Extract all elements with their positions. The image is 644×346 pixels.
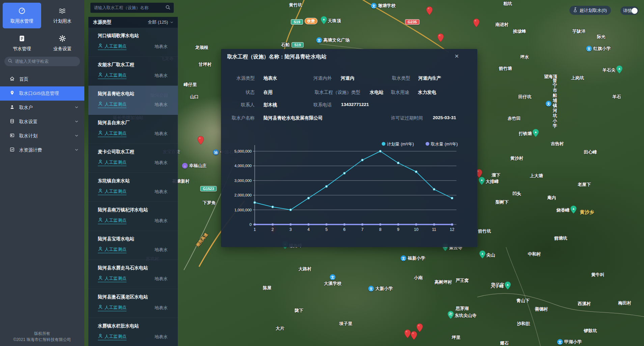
school-marker[interactable]: 文大溪学校 bbox=[330, 274, 336, 280]
map-label: 中和村 bbox=[528, 251, 541, 257]
map-place-label: 黄竹坑 bbox=[289, 2, 302, 8]
manual-monitor-link[interactable]: 人工监测点 bbox=[98, 72, 127, 79]
intake-list-item-5[interactable]: 麦卡公司取水工程人工监测点地表水 bbox=[88, 144, 178, 173]
close-icon[interactable]: × bbox=[455, 52, 459, 59]
mountain-marker[interactable]: ▲天珠顶 bbox=[321, 16, 327, 26]
intake-list-item-9[interactable]: 陆河县水唇走马石水电站人工监测点地表水 bbox=[88, 260, 178, 289]
intake-list-item-4[interactable]: 陆河县自来水厂人工监测点地表水 bbox=[88, 115, 178, 144]
map-label: 吉告村 bbox=[551, 141, 564, 146]
filter-dropdown[interactable]: 全部 (125) bbox=[148, 19, 174, 25]
sidebar-search-box[interactable] bbox=[4, 57, 80, 66]
intake-map-pin[interactable] bbox=[417, 323, 423, 333]
db-icon bbox=[9, 118, 15, 125]
mountain-marker[interactable]: ▲尖山 bbox=[479, 250, 486, 260]
school-marker-icon: 文 bbox=[330, 274, 336, 280]
mountain-marker[interactable]: ▲羊石尖 bbox=[616, 65, 623, 75]
data-point bbox=[361, 223, 363, 225]
school-marker[interactable]: 文甲湖小学 bbox=[557, 339, 563, 345]
fuel-marker[interactable]: 油中国石油 bbox=[213, 149, 219, 155]
legend-item[interactable]: 计划量 (m³/年) bbox=[382, 142, 414, 147]
manual-monitor-link[interactable]: 人工监测点 bbox=[98, 43, 127, 50]
module-tile-1[interactable]: 取用水管理 bbox=[3, 3, 41, 28]
school-marker[interactable]: 文红旗小学 bbox=[586, 45, 592, 52]
water-source-tag: 地表水 bbox=[155, 334, 168, 340]
school-marker[interactable]: 文福新小学 bbox=[401, 255, 407, 261]
intake-list-item-3[interactable]: 陆河县青砼水电站人工监测点地表水 bbox=[88, 86, 178, 115]
mountain-marker[interactable]: ▲打铁塘 bbox=[533, 129, 539, 138]
sidebar-item-4[interactable]: 取水设置 bbox=[0, 115, 84, 129]
chart-svg: 01,000,0002,000,0003,000,0004,000,0005,0… bbox=[231, 138, 467, 240]
manual-monitor-link[interactable]: 人工监测点 bbox=[98, 159, 127, 166]
chevron-down-icon[interactable] bbox=[74, 148, 79, 154]
chevron-down-icon[interactable] bbox=[74, 105, 79, 111]
red-pin-icon bbox=[426, 10, 433, 16]
sidebar-item-6[interactable]: 水资源计费 bbox=[0, 143, 84, 157]
legend-item[interactable]: 取水量 (m³/年) bbox=[426, 142, 458, 147]
module-tile-3[interactable]: 节水管理 bbox=[3, 30, 41, 56]
sidebar-item-1[interactable]: 首页 bbox=[0, 72, 84, 86]
school-marker[interactable]: 文大新小学 bbox=[368, 285, 374, 292]
intake-list-item-6[interactable]: 东坑镇自来水站人工监测点地表水 bbox=[88, 173, 178, 202]
chevron-down-icon[interactable] bbox=[74, 119, 79, 125]
intake-map-pin[interactable] bbox=[473, 19, 480, 28]
intake-map-pin[interactable] bbox=[404, 329, 411, 339]
fuel-marker-icon: 油 bbox=[213, 150, 219, 155]
manual-monitor-link[interactable]: 人工监测点 bbox=[98, 334, 127, 340]
intake-name: 陆河县青砼水电站 bbox=[98, 91, 168, 97]
intake-map-pin[interactable] bbox=[411, 331, 417, 341]
person-icon bbox=[98, 304, 103, 311]
data-point bbox=[308, 197, 310, 199]
mountain-marker[interactable]: ▲人子嶂 bbox=[505, 282, 511, 291]
manual-monitor-link[interactable]: 人工监测点 bbox=[98, 275, 127, 282]
svg-text:4,000,000: 4,000,000 bbox=[234, 164, 252, 168]
school-marker[interactable]: 文普宁市船埔镇 河坑小学 bbox=[546, 100, 552, 107]
manual-monitor-link[interactable]: 人工监测点 bbox=[98, 246, 127, 253]
school-marker[interactable]: 文墩塘学校 bbox=[371, 2, 377, 9]
school-marker[interactable]: 文高塘文化广场 bbox=[316, 37, 322, 43]
sidebar-item-2[interactable]: 取水口GIS信息管理 bbox=[0, 86, 84, 101]
monitor-label: 人工监测点 bbox=[105, 246, 127, 252]
hotel-marker[interactable]: ⌂幸福山庄 bbox=[182, 162, 188, 169]
sidebar-item-5[interactable]: 取水计划 bbox=[0, 129, 84, 143]
chevron-down-icon[interactable] bbox=[74, 133, 79, 139]
manual-monitor-link[interactable]: 人工监测点 bbox=[98, 304, 127, 311]
map-label: 锣鼓坑 bbox=[584, 328, 597, 333]
manual-monitor-link[interactable]: 人工监测点 bbox=[98, 130, 127, 137]
intake-name: 友能水厂取水工程 bbox=[98, 62, 168, 68]
detail-toggle[interactable]: 详情 bbox=[620, 6, 639, 15]
manual-monitor-link[interactable]: 人工监测点 bbox=[98, 101, 127, 108]
toggle-knob-icon[interactable] bbox=[632, 8, 638, 14]
intake-list-item-1[interactable]: 河口镇唱歌潭水电站人工监测点地表水 bbox=[88, 28, 178, 57]
sidebar-search-input[interactable] bbox=[15, 59, 77, 64]
intake-search-input[interactable] bbox=[94, 5, 163, 10]
intake-list-item-7[interactable]: 陆河县南万镇杞洋水电站人工监测点地表水 bbox=[88, 202, 178, 231]
map-label: 大新小学 bbox=[375, 285, 393, 291]
data-point bbox=[254, 202, 256, 204]
doc-icon bbox=[18, 35, 26, 44]
manual-monitor-link[interactable]: 人工监测点 bbox=[98, 188, 127, 195]
person-icon bbox=[98, 159, 103, 165]
map-label: 龙颈根 bbox=[195, 45, 208, 50]
module-tile-2[interactable]: 计划用水 bbox=[43, 3, 82, 28]
intake-map-pin[interactable] bbox=[198, 136, 204, 146]
map-label: 黄沙乡 bbox=[580, 209, 594, 215]
intake-list-item-11[interactable]: 水唇镇水栏肚水电站人工监测点地表水 bbox=[88, 318, 178, 346]
intake-list-item-2[interactable]: 友能水厂取水工程人工监测点地表水 bbox=[88, 57, 178, 86]
intake-list-item-10[interactable]: 陆河县激石溪老区水电站人工监测点地表水 bbox=[88, 289, 178, 318]
mountain-marker[interactable]: ▲烧香嶂 bbox=[570, 206, 577, 215]
search-icon[interactable] bbox=[165, 5, 170, 11]
water-source-tag: 地表水 bbox=[155, 73, 168, 79]
module-tile-4[interactable]: 业务设置 bbox=[43, 30, 82, 56]
intake-list-item-8[interactable]: 陆河县宝塔水电站人工监测点地表水 bbox=[88, 231, 178, 260]
over-plan-intake-button[interactable]: 超计划取水(0) bbox=[569, 6, 611, 15]
intake-search-box[interactable] bbox=[90, 3, 174, 13]
intake-map-pin[interactable] bbox=[438, 33, 444, 43]
manual-monitor-link[interactable]: 人工监测点 bbox=[98, 217, 127, 224]
intake-map-pin[interactable] bbox=[426, 6, 433, 16]
data-point bbox=[343, 223, 345, 225]
map-place-label: 庵内 bbox=[547, 194, 556, 201]
sidebar-item-3[interactable]: 取水户 bbox=[0, 101, 84, 115]
red-pin-icon bbox=[198, 140, 204, 145]
field-label: 联系电话 bbox=[313, 102, 332, 108]
temple-marker[interactable]: 卍东坑尖山寺 bbox=[448, 311, 454, 320]
